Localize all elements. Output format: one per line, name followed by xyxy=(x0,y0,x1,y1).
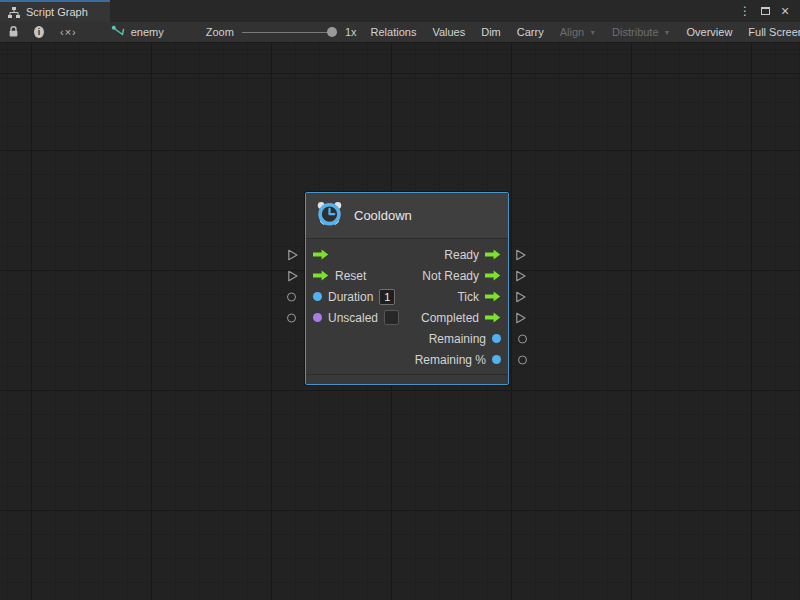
alarm-clock-icon xyxy=(316,200,343,231)
node-title: Cooldown xyxy=(354,208,412,223)
relations-button[interactable]: Relations xyxy=(363,22,425,42)
value-port-icon xyxy=(492,355,501,364)
graph-canvas[interactable]: Cooldown Ready xyxy=(0,43,800,600)
duration-input[interactable]: 1 xyxy=(379,289,395,305)
port-ready[interactable]: Ready xyxy=(444,248,501,262)
graph-asset-icon xyxy=(111,25,125,39)
full-screen-button[interactable]: Full Screen xyxy=(740,22,800,42)
value-port-icon xyxy=(313,313,322,322)
port-stub-control-out[interactable] xyxy=(515,269,527,282)
value-port-icon xyxy=(492,334,501,343)
script-graph-window: Script Graph ⋮ × i ‹×› xyxy=(0,0,800,600)
port-not-ready[interactable]: Not Ready xyxy=(422,269,501,283)
cooldown-node[interactable]: Cooldown Ready xyxy=(305,192,509,385)
window-controls: ⋮ × xyxy=(737,0,800,22)
breadcrumb[interactable]: enemy xyxy=(103,22,172,42)
maximize-icon[interactable] xyxy=(757,2,773,20)
graph-toolbar: i ‹×› enemy Zoom 1x Relatio xyxy=(0,22,800,43)
port-row: Remaining % xyxy=(306,349,508,370)
port-unscaled[interactable]: Unscaled xyxy=(313,310,399,325)
node-footer xyxy=(306,374,508,384)
port-stub-control-out[interactable] xyxy=(515,248,527,261)
control-arrow-icon xyxy=(485,270,501,281)
control-arrow-icon xyxy=(485,312,501,323)
port-stub-value-out[interactable] xyxy=(518,334,527,343)
chevron-down-icon: ▼ xyxy=(589,29,596,36)
zoom-slider-track[interactable] xyxy=(242,32,337,33)
port-label: Remaining xyxy=(429,332,486,346)
zoom-slider[interactable] xyxy=(242,25,337,39)
value-port-icon xyxy=(313,292,322,301)
port-row: Reset Not Ready xyxy=(306,265,508,286)
node-header[interactable]: Cooldown xyxy=(306,193,508,239)
port-label: Remaining % xyxy=(415,353,486,367)
lock-button[interactable] xyxy=(0,22,26,42)
port-remaining-pct[interactable]: Remaining % xyxy=(415,353,501,367)
graph-icon xyxy=(8,7,20,18)
zoom-slider-handle[interactable] xyxy=(327,27,337,37)
port-duration[interactable]: Duration 1 xyxy=(313,289,395,305)
port-stub-control-in[interactable] xyxy=(287,269,299,282)
port-enter[interactable] xyxy=(313,249,329,260)
port-stub-value-out[interactable] xyxy=(518,355,527,364)
carry-button[interactable]: Carry xyxy=(509,22,552,42)
port-tick[interactable]: Tick xyxy=(457,290,501,304)
menu-icon[interactable]: ⋮ xyxy=(737,2,753,20)
port-row: Remaining xyxy=(306,328,508,349)
tab-script-graph[interactable]: Script Graph xyxy=(0,0,110,22)
port-stub-control-out[interactable] xyxy=(515,290,527,303)
port-row: Duration 1 Tick xyxy=(306,286,508,307)
tab-bar: Script Graph ⋮ × xyxy=(0,0,800,22)
port-stub-value-in[interactable] xyxy=(287,313,296,322)
close-icon[interactable]: × xyxy=(777,2,793,20)
breadcrumb-label: enemy xyxy=(131,26,164,38)
port-label: Ready xyxy=(444,248,479,262)
unscaled-checkbox[interactable] xyxy=(384,310,399,325)
port-stub-control-in[interactable] xyxy=(287,248,299,261)
port-stub-value-in[interactable] xyxy=(287,292,296,301)
port-label: Reset xyxy=(335,269,366,283)
code-preview-button[interactable]: ‹×› xyxy=(52,22,85,42)
port-label: Completed xyxy=(421,311,479,325)
node-body: Ready xyxy=(306,239,508,374)
lock-icon xyxy=(7,25,20,40)
port-label: Unscaled xyxy=(328,311,378,325)
port-completed[interactable]: Completed xyxy=(421,311,501,325)
port-row: Ready xyxy=(306,244,508,265)
port-reset[interactable]: Reset xyxy=(313,269,366,283)
port-label: Duration xyxy=(328,290,373,304)
zoom-value: 1x xyxy=(345,26,357,38)
inspector-button[interactable]: i xyxy=(26,22,52,42)
align-button[interactable]: Align ▼ xyxy=(552,22,604,42)
values-button[interactable]: Values xyxy=(424,22,473,42)
port-stub-control-out[interactable] xyxy=(515,311,527,324)
chevron-down-icon: ▼ xyxy=(664,29,671,36)
distribute-button[interactable]: Distribute ▼ xyxy=(604,22,678,42)
control-arrow-icon xyxy=(313,249,329,260)
tab-label: Script Graph xyxy=(26,6,88,18)
port-label: Tick xyxy=(457,290,479,304)
zoom-label: Zoom xyxy=(206,26,234,38)
port-row: Unscaled Completed xyxy=(306,307,508,328)
control-arrow-icon xyxy=(313,270,329,281)
port-remaining[interactable]: Remaining xyxy=(429,332,501,346)
zoom-control: Zoom 1x xyxy=(200,22,363,42)
code-icon: ‹×› xyxy=(60,26,77,38)
control-arrow-icon xyxy=(485,291,501,302)
overview-button[interactable]: Overview xyxy=(678,22,740,42)
dim-button[interactable]: Dim xyxy=(473,22,509,42)
control-arrow-icon xyxy=(485,249,501,260)
info-icon: i xyxy=(34,26,44,38)
port-label: Not Ready xyxy=(422,269,479,283)
